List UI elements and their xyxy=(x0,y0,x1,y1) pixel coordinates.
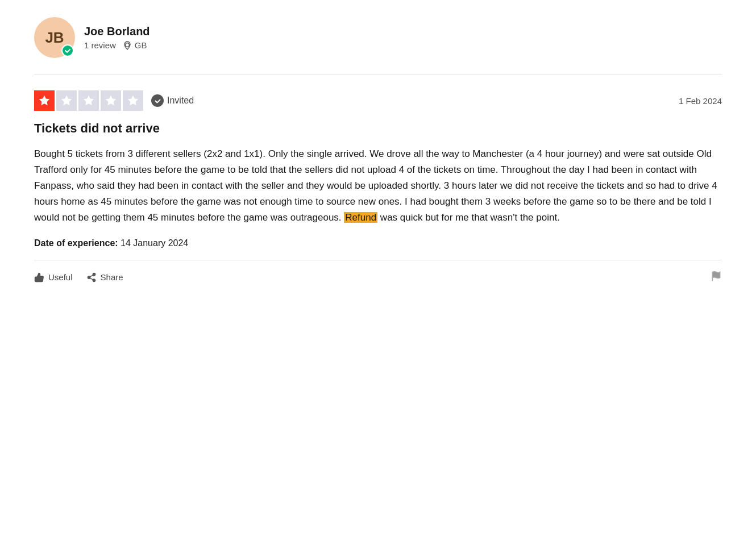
star-1 xyxy=(34,90,55,111)
check-icon xyxy=(64,47,71,54)
star-empty-icon xyxy=(60,94,73,107)
star-5 xyxy=(123,90,143,111)
review-count: 1 review xyxy=(84,40,116,50)
user-name: Joe Borland xyxy=(84,25,150,38)
date-of-experience-label: Date of experience: xyxy=(34,238,118,248)
avatar: JB xyxy=(34,17,75,58)
avatar-initials: JB xyxy=(45,29,64,47)
user-meta: 1 review GB xyxy=(84,40,150,50)
refund-highlight: Refund xyxy=(344,212,377,223)
svg-line-4 xyxy=(90,278,93,280)
user-info: Joe Borland 1 review GB xyxy=(84,25,150,50)
star-4 xyxy=(101,90,121,111)
location-icon xyxy=(123,41,132,50)
flag-icon xyxy=(711,271,722,282)
checkmark-icon xyxy=(154,97,161,105)
flag-button[interactable] xyxy=(711,271,722,284)
useful-button[interactable]: Useful xyxy=(34,272,73,283)
verified-badge xyxy=(61,44,74,57)
review-section: Invited 1 Feb 2024 Tickets did not arriv… xyxy=(34,74,722,260)
svg-line-5 xyxy=(90,275,93,277)
country-item: GB xyxy=(123,40,147,50)
review-meta-left: Invited xyxy=(34,90,194,111)
svg-point-2 xyxy=(88,276,90,279)
review-date: 1 Feb 2024 xyxy=(679,96,722,106)
review-card: JB Joe Borland 1 review GB xyxy=(17,0,739,294)
review-title: Tickets did not arrive xyxy=(34,121,722,136)
svg-point-1 xyxy=(93,273,95,276)
star-empty-icon-5 xyxy=(127,94,139,107)
star-rating xyxy=(34,90,143,111)
invited-badge: Invited xyxy=(151,94,194,107)
invited-check-icon xyxy=(151,94,164,107)
svg-point-0 xyxy=(125,43,129,47)
svg-point-3 xyxy=(93,279,95,282)
useful-label: Useful xyxy=(48,272,73,282)
action-buttons: Useful Share xyxy=(34,272,123,283)
date-of-experience-value: 14 January 2024 xyxy=(121,238,188,248)
user-header: JB Joe Borland 1 review GB xyxy=(34,17,722,74)
share-label: Share xyxy=(101,272,123,282)
review-meta-row: Invited 1 Feb 2024 xyxy=(34,90,722,111)
star-empty-icon-4 xyxy=(105,94,117,107)
country: GB xyxy=(135,40,147,50)
date-of-experience: Date of experience: 14 January 2024 xyxy=(34,238,722,248)
share-button[interactable]: Share xyxy=(86,272,123,283)
star-filled-icon xyxy=(38,94,51,107)
review-actions: Useful Share xyxy=(34,260,722,294)
invited-label: Invited xyxy=(167,96,194,106)
review-body-part2: was quick but for me that wasn't the poi… xyxy=(377,212,560,223)
review-count-item: 1 review xyxy=(84,40,116,50)
thumbs-up-icon xyxy=(34,272,44,283)
star-3 xyxy=(78,90,99,111)
share-icon xyxy=(86,272,97,283)
star-empty-icon-3 xyxy=(82,94,95,107)
review-body: Bought 5 tickets from 3 different seller… xyxy=(34,146,722,226)
star-2 xyxy=(56,90,77,111)
